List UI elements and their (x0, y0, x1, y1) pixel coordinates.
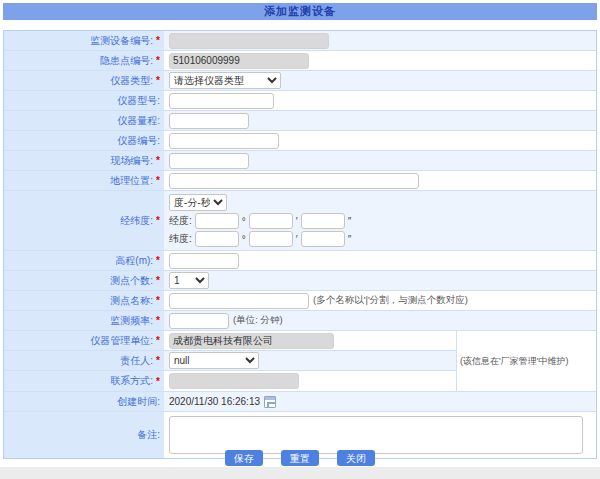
frequency-label: 监测频率: (110, 314, 153, 328)
mgmt-unit-label: 仪器管理单位: (90, 334, 153, 348)
dialog-title: 添加监测设备 (264, 4, 336, 19)
device-form: 监测设备编号:* 隐患点编号:* 仪器类型:* 请选择仪器类型 仪器型号: 仪器… (3, 30, 597, 459)
longitude-min-input[interactable] (249, 213, 293, 229)
created-label: 创建时间: (117, 395, 160, 409)
vendor-hint: (该信息在'厂家管理'中维护) (460, 355, 568, 368)
point-names-hint: (多个名称以'|'分割，与测点个数对应) (313, 294, 468, 307)
second-mark: ″ (348, 234, 352, 245)
contact-input (169, 373, 299, 389)
save-button[interactable]: 保存 (225, 450, 263, 466)
required-mark: * (156, 295, 160, 306)
degree-mark: ° (242, 216, 246, 227)
row-point-count: 测点个数:* 1 (4, 271, 596, 291)
row-contact: 联系方式:* (4, 371, 456, 391)
instrument-model-label: 仪器型号: (117, 94, 160, 108)
required-mark: * (156, 315, 160, 326)
hazard-no-input (169, 53, 309, 69)
row-instrument-type: 仪器类型:* 请选择仪器类型 (4, 71, 596, 91)
remark-label: 备注: (137, 428, 160, 442)
reset-button[interactable]: 重置 (281, 450, 319, 466)
required-mark: * (156, 255, 160, 266)
row-hazard-no: 隐患点编号:* (4, 51, 596, 71)
row-latlng: 经纬度:* 度-分-秒 经度: ° ′ ″ 纬度: ° ′ ″ (4, 191, 596, 251)
dialog-titlebar: 添加监测设备 (3, 3, 597, 20)
row-instrument-range: 仪器量程: (4, 111, 596, 131)
point-names-input[interactable] (169, 293, 309, 309)
row-point-names: 测点名称:* (多个名称以'|'分割，与测点个数对应) (4, 291, 596, 311)
point-count-label: 测点个数: (110, 274, 153, 288)
required-mark: * (156, 35, 160, 46)
created-value: 2020/11/30 16:26:13 (169, 396, 260, 407)
instrument-model-input[interactable] (169, 93, 274, 109)
required-mark: * (156, 275, 160, 286)
elevation-label: 高程(m): (115, 254, 153, 268)
frequency-input[interactable] (169, 313, 229, 329)
required-mark: * (156, 175, 160, 186)
remark-textarea[interactable] (169, 416, 583, 454)
row-instrument-no: 仪器编号: (4, 131, 596, 151)
required-mark: * (156, 215, 160, 226)
row-device-no: 监测设备编号:* (4, 31, 596, 51)
latitude-line: 纬度: ° ′ ″ (169, 231, 351, 247)
close-button[interactable]: 关闭 (337, 450, 375, 466)
latitude-sec-input[interactable] (301, 231, 345, 247)
longitude-line: 经度: ° ′ ″ (169, 213, 351, 229)
row-instrument-model: 仪器型号: (4, 91, 596, 111)
point-count-select[interactable]: 1 (169, 272, 209, 289)
latitude-deg-input[interactable] (195, 231, 239, 247)
required-mark: * (156, 376, 160, 387)
required-mark: * (156, 55, 160, 66)
row-frequency: 监测频率:* (单位: 分钟) (4, 311, 596, 331)
required-mark: * (156, 335, 160, 346)
latlng-label: 经纬度: (120, 214, 153, 228)
longitude-sec-input[interactable] (301, 213, 345, 229)
vendor-group: 仪器管理单位:* 责任人:* null 联系方式:* (该信息在'厂家管理'中维… (4, 331, 596, 392)
hazard-no-label: 隐患点编号: (100, 54, 153, 68)
owner-label: 责任人: (120, 354, 153, 368)
minute-mark: ′ (296, 216, 298, 227)
row-created: 创建时间: 2020/11/30 16:26:13 (4, 392, 596, 412)
action-bar: 保存 重置 关闭 (0, 450, 600, 466)
field-no-input[interactable] (169, 153, 249, 169)
required-mark: * (156, 75, 160, 86)
elevation-input[interactable] (169, 253, 239, 269)
required-mark: * (156, 355, 160, 366)
row-mgmt-unit: 仪器管理单位:* (4, 331, 456, 351)
row-field-no: 现场编号:* (4, 151, 596, 171)
bottom-strip (0, 467, 600, 479)
instrument-no-input[interactable] (169, 133, 279, 149)
latitude-label: 纬度: (169, 232, 192, 246)
contact-label: 联系方式: (110, 374, 153, 388)
row-elevation: 高程(m):* (4, 251, 596, 271)
required-mark: * (156, 155, 160, 166)
device-no-label: 监测设备编号: (90, 34, 153, 48)
instrument-type-label: 仪器类型: (110, 74, 153, 88)
mgmt-unit-input (169, 333, 334, 349)
owner-select[interactable]: null (169, 352, 259, 369)
point-names-label: 测点名称: (110, 294, 153, 308)
latlng-format-select[interactable]: 度-分-秒 (169, 194, 227, 211)
field-no-label: 现场编号: (110, 154, 153, 168)
row-owner: 责任人:* null (4, 351, 456, 371)
vendor-hint-cell: (该信息在'厂家管理'中维护) (456, 331, 596, 391)
instrument-type-select[interactable]: 请选择仪器类型 (169, 72, 281, 89)
row-location: 地理位置:* (4, 171, 596, 191)
calendar-icon[interactable] (264, 396, 276, 408)
second-mark: ″ (348, 216, 352, 227)
minute-mark: ′ (296, 234, 298, 245)
degree-mark: ° (242, 234, 246, 245)
instrument-range-label: 仪器量程: (117, 114, 160, 128)
frequency-hint: (单位: 分钟) (233, 314, 283, 327)
longitude-deg-input[interactable] (195, 213, 239, 229)
location-label: 地理位置: (110, 174, 153, 188)
latitude-min-input[interactable] (249, 231, 293, 247)
location-input[interactable] (169, 173, 419, 189)
device-no-input (169, 33, 329, 49)
longitude-label: 经度: (169, 214, 192, 228)
instrument-range-input[interactable] (169, 113, 249, 129)
instrument-no-label: 仪器编号: (117, 134, 160, 148)
